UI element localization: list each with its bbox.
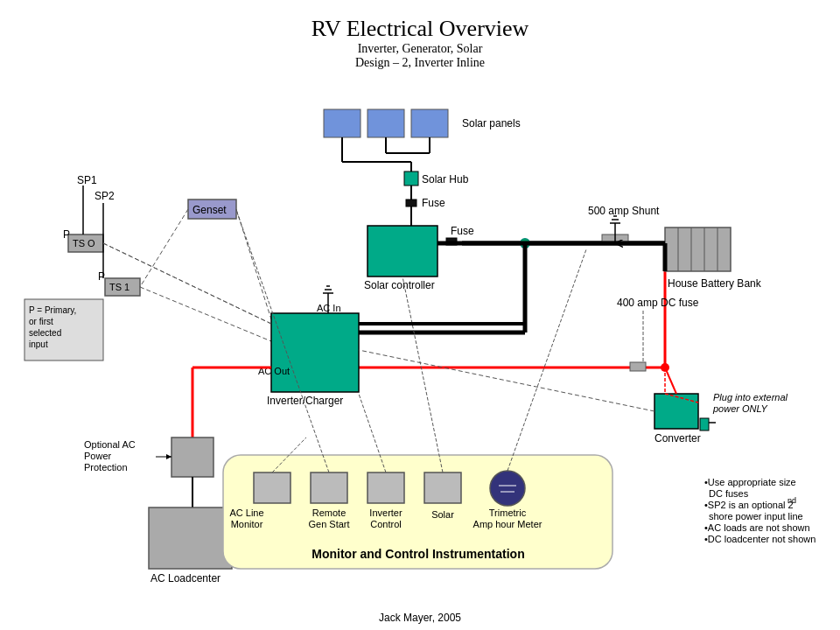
svg-rect-14: [368, 226, 438, 276]
solar-panels-label: Solar panels: [462, 117, 521, 130]
genset-label: Genset: [192, 204, 227, 216]
svg-rect-50: [271, 313, 359, 392]
house-battery-label: House Battery Bank: [668, 277, 762, 290]
svg-text:Control: Control: [370, 519, 401, 529]
svg-text:•Use appropriate size: •Use appropriate size: [704, 477, 796, 487]
svg-text:Inverter: Inverter: [369, 508, 402, 518]
svg-text:input: input: [29, 340, 48, 349]
svg-text:shore power input line: shore power input line: [709, 511, 803, 522]
svg-rect-59: [172, 438, 214, 477]
svg-text:Amp hour Meter: Amp hour Meter: [473, 519, 542, 529]
sp1-label: SP1: [77, 174, 97, 186]
ac-loadcenter-label: AC Loadcenter: [150, 572, 220, 584]
svg-text:Optional AC: Optional AC: [84, 439, 136, 450]
svg-line-49: [236, 209, 271, 319]
svg-rect-66: [654, 394, 698, 429]
svg-rect-12: [406, 200, 416, 206]
p2-label: P: [98, 270, 105, 283]
svg-text:power ONLY: power ONLY: [712, 403, 768, 414]
shunt-label: 500 amp Shunt: [588, 205, 660, 217]
svg-rect-79: [311, 472, 347, 503]
svg-rect-85: [424, 472, 461, 503]
svg-text:Monitor: Monitor: [231, 519, 263, 529]
svg-text:Power: Power: [84, 451, 112, 461]
svg-text:•AC loads are not shown: •AC loads are not shown: [704, 522, 810, 533]
svg-text:P = Primary,: P = Primary,: [29, 305, 76, 315]
svg-line-95: [402, 276, 443, 472]
svg-text:•DC loadcenter not shown: •DC loadcenter not shown: [704, 534, 816, 544]
dc-fuse-label: 400 amp DC fuse: [617, 297, 699, 309]
svg-text:selected: selected: [29, 328, 61, 338]
svg-text:Gen Start: Gen Start: [308, 519, 349, 529]
ts1-label: TS 1: [109, 282, 130, 292]
svg-line-96: [508, 249, 586, 471]
svg-text:Remote: Remote: [312, 508, 346, 518]
converter-label: Converter: [654, 432, 701, 444]
svg-line-104: [140, 209, 188, 287]
fuse2-label: Fuse: [451, 225, 474, 237]
svg-text:Plug into external: Plug into external: [713, 392, 788, 402]
svg-rect-28: [665, 228, 731, 271]
svg-line-72: [665, 368, 676, 394]
sp2-label: SP2: [94, 190, 115, 202]
ac-in-label: AC In: [317, 303, 341, 313]
svg-rect-76: [254, 472, 290, 503]
svg-rect-33: [630, 362, 646, 371]
svg-rect-10: [404, 172, 418, 186]
svg-point-87: [490, 471, 525, 506]
svg-line-71: [359, 350, 654, 411]
p1-label: P: [63, 228, 70, 241]
monitor-title: Monitor and Control Instrumentation: [312, 547, 524, 561]
svg-rect-82: [368, 472, 404, 503]
solar-controller-label: Solar controller: [364, 279, 435, 291]
svg-rect-65: [149, 508, 232, 569]
ts0-label: TS O: [73, 238, 95, 248]
svg-text:Protection: Protection: [84, 462, 128, 472]
svg-text:Trimetric: Trimetric: [489, 508, 527, 518]
svg-rect-69: [700, 418, 709, 430]
svg-text:DC fuses: DC fuses: [709, 488, 749, 499]
solar-hub-label: Solar Hub: [422, 173, 469, 186]
svg-text:or first: or first: [29, 317, 53, 326]
diagram-container: RV Electrical Overview Inverter, Generat…: [0, 0, 840, 630]
svg-rect-2: [411, 109, 448, 137]
svg-rect-1: [368, 109, 404, 137]
svg-text:nd: nd: [788, 496, 796, 505]
svg-text:•SP2 is an optional 2: •SP2 is an optional 2: [704, 500, 794, 510]
svg-rect-0: [324, 109, 360, 137]
copyright-label: Jack Mayer, 2005: [379, 612, 461, 624]
fuse1-label: Fuse: [422, 197, 445, 209]
svg-text:Solar: Solar: [431, 509, 454, 520]
svg-text:AC Line: AC Line: [229, 508, 263, 518]
